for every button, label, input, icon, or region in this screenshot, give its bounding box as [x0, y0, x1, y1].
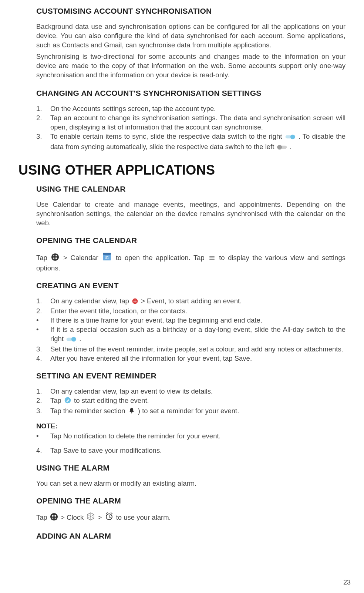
para: Synchronising is two-directional for som… [36, 52, 346, 80]
heading-using-apps: USING OTHER APPLICATIONS [18, 162, 346, 178]
text: > Calendar [63, 254, 101, 262]
ordered-list: 1. On any calendar view, tap > Event, to… [36, 297, 346, 364]
list-marker: • [36, 316, 50, 325]
page: CUSTOMISING ACCOUNT SYNCHRONISATION Back… [0, 0, 364, 593]
text: to use your alarm. [116, 513, 171, 521]
list-body: To enable certain items to sync, slide t… [50, 132, 346, 153]
text: . [79, 335, 81, 343]
para: Tap > Calendar to open the application. … [36, 252, 346, 273]
list-item: • Tap No notification to delete the remi… [36, 432, 346, 441]
list-body: On the Accounts settings screen, tap the… [50, 104, 346, 114]
heading-opening-alarm: OPENING THE ALARM [36, 496, 346, 505]
list-item: 1. On the Accounts settings screen, tap … [36, 104, 346, 114]
text: If it is a special occasion such as a bi… [50, 326, 346, 343]
list-body: Enter the event title, location, or the … [50, 307, 346, 316]
heading-opening-calendar: OPENING THE CALENDAR [36, 236, 346, 245]
para: Tap > Clock > to use your alarm. [36, 512, 346, 523]
text: > [98, 513, 104, 521]
list-item: 1. On any calendar view, tap > Event, to… [36, 297, 346, 307]
note-label: NOTE: [36, 422, 346, 430]
list-item: 3. To enable certain items to sync, slid… [36, 132, 346, 153]
section-event-reminder: SETTING AN EVENT REMINDER 1. On any cale… [36, 371, 346, 455]
section-opening-alarm: OPENING THE ALARM Tap > Clock > to use y… [36, 496, 346, 523]
heading-changing-sync: CHANGING AN ACCOUNT'S SYNCHRONISATION SE… [36, 89, 346, 98]
switch-on-icon [66, 336, 77, 345]
ordered-list: 4. Tap Save to save your modifications. [36, 446, 346, 455]
list-item: 2. Tap an account to change its synchron… [36, 114, 346, 132]
apps-icon [51, 253, 59, 264]
list-body: If there is a time frame for your event,… [50, 316, 346, 325]
heading-creating-event: CREATING AN EVENT [36, 281, 346, 290]
heading-adding-alarm: ADDING AN ALARM [36, 532, 346, 540]
list-marker: • [36, 325, 50, 345]
section-using-alarm: USING THE ALARM You can set a new alarm … [36, 464, 346, 488]
list-body: If it is a special occasion such as a bi… [50, 325, 346, 345]
text: to start editing the event. [74, 397, 149, 404]
text: To enable certain items to sync, slide t… [50, 132, 284, 140]
list-item: 3. Tap the reminder section ) to set a r… [36, 407, 346, 417]
list-marker: 4. [36, 446, 50, 455]
list-item: 2. Tap to start editing the event. [36, 396, 346, 407]
text: ) to set a reminder for your event. [138, 407, 239, 415]
list-body: Tap an account to change its synchronisa… [50, 114, 346, 132]
list-marker: 2. [36, 307, 50, 316]
list-body: Tap Save to save your modifications. [50, 446, 346, 455]
heading-using-calendar: USING THE CALENDAR [36, 185, 346, 193]
section-changing-sync: CHANGING AN ACCOUNT'S SYNCHRONISATION SE… [36, 89, 346, 153]
list-marker: 2. [36, 114, 50, 132]
para: Background data use and synchronisation … [36, 22, 346, 50]
switch-on-icon [285, 133, 296, 142]
ordered-list: 1. On the Accounts settings screen, tap … [36, 104, 346, 153]
section-opening-calendar: OPENING THE CALENDAR Tap > Calendar to o… [36, 236, 346, 273]
list-marker: 3. [36, 345, 50, 354]
page-number: 23 [343, 579, 351, 586]
list-body: Tap No notification to delete the remind… [50, 432, 346, 441]
list-item: 1. On any calendar view, tap an event to… [36, 387, 346, 396]
alarm-icon [105, 512, 114, 523]
list-item: • If it is a special occasion such as a … [36, 325, 346, 345]
menu-icon [209, 255, 215, 264]
text: > Event, to start adding an event. [141, 297, 242, 305]
bell-icon [128, 407, 135, 417]
list-item: 4. Tap Save to save your modifications. [36, 446, 346, 455]
list-body: On any calendar view, tap an event to vi… [50, 387, 346, 396]
list-marker: 4. [36, 354, 50, 363]
switch-off-icon [277, 144, 287, 153]
heading-event-reminder: SETTING AN EVENT REMINDER [36, 371, 346, 380]
para: Use Calendar to create and manage events… [36, 200, 346, 228]
text: Tap [36, 254, 50, 262]
section-customising: CUSTOMISING ACCOUNT SYNCHRONISATION Back… [36, 7, 346, 80]
list-body: Tap the reminder section ) to set a remi… [50, 407, 346, 417]
text: On any calendar view, tap [50, 297, 131, 305]
clock-cube-icon [86, 512, 95, 523]
ordered-list: 1. On any calendar view, tap an event to… [36, 387, 346, 417]
para: You can set a new alarm or modify an exi… [36, 479, 346, 488]
list-item: 3. Set the time of the event reminder, i… [36, 345, 346, 354]
text: Tap [50, 397, 63, 404]
text: Tap the reminder section [50, 407, 127, 415]
section-using-calendar: USING THE CALENDAR Use Calendar to creat… [36, 185, 346, 228]
calendar-icon [102, 252, 112, 264]
list-marker: 1. [36, 387, 50, 396]
apps-icon [50, 513, 58, 523]
text: > Clock [61, 513, 85, 521]
list-marker: 3. [36, 132, 50, 153]
pencil-icon [64, 397, 71, 407]
list-marker: 1. [36, 104, 50, 114]
plus-icon [132, 298, 138, 307]
heading-customising: CUSTOMISING ACCOUNT SYNCHRONISATION [36, 7, 346, 16]
list-body: After you have entered all the informati… [50, 354, 346, 363]
list-marker: 1. [36, 297, 50, 307]
list-marker: 2. [36, 396, 50, 407]
heading-using-alarm: USING THE ALARM [36, 464, 346, 472]
text: to open the application. Tap [116, 254, 208, 262]
list-marker: 3. [36, 407, 50, 417]
bullet-list: • Tap No notification to delete the remi… [36, 432, 346, 441]
list-item: • If there is a time frame for your even… [36, 316, 346, 325]
text: . [290, 143, 292, 151]
list-item: 4. After you have entered all the inform… [36, 354, 346, 363]
list-body: Tap to start editing the event. [50, 396, 346, 407]
section-adding-alarm: ADDING AN ALARM [36, 532, 346, 540]
list-body: On any calendar view, tap > Event, to st… [50, 297, 346, 307]
list-body: Set the time of the event reminder, invi… [50, 345, 346, 354]
